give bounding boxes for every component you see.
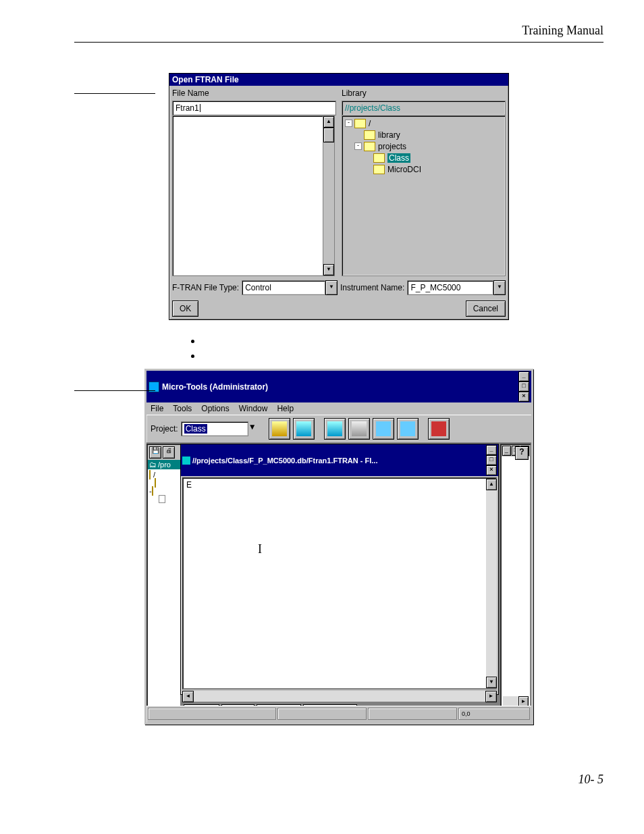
ok-button[interactable]: OK [172,301,198,317]
tool-icon [400,421,415,436]
text-cursor-icon: I [258,542,262,556]
folder-icon [155,478,156,488]
toolbar-btn-7[interactable] [428,418,450,440]
instrument-name-label: Instrument Name: [340,283,404,292]
status-cursor-pos: 0,0 [458,708,530,720]
editor-save-button[interactable]: Save [221,704,254,706]
tree-projects[interactable]: -projects [345,140,421,152]
statusbar: 0,0 [146,706,531,723]
editor-close-button[interactable]: Close [184,704,219,706]
editor-text-area[interactable]: E I [182,477,497,689]
menu-tools[interactable]: Tools [173,404,192,413]
folder-icon [364,142,375,151]
folder-tree[interactable]: -/ library -projects Class MicroDCI [342,115,506,276]
bullet-list [176,334,603,363]
editor-titlebar[interactable]: //projects/Class/F_P_MC5000.db/Ftran1.FT… [181,444,498,476]
file-type-combo[interactable]: Control ▼ [242,280,338,295]
editor-assign-fix-button[interactable]: Assign FIX [303,704,357,706]
toolbar-btn-4[interactable] [348,418,370,440]
tool-icon [352,421,367,436]
micro-tools-window: Micro-Tools (Administrator) _ □ × File T… [144,369,533,725]
collapse-icon[interactable]: - [354,142,362,150]
tree-root[interactable]: -/ [345,118,421,129]
minimize-icon[interactable]: _ [502,446,511,456]
tree-library[interactable]: library [345,129,421,140]
status-cell-1 [148,708,276,720]
library-path: //projects/Class [342,101,506,115]
close-icon[interactable]: × [518,392,529,402]
app-titlebar[interactable]: Micro-Tools (Administrator) _ □ × [146,371,531,402]
file-list-scrollbar[interactable]: ▲ ▼ [323,116,334,276]
toolbar-btn-3[interactable] [324,418,346,440]
editor-hscroll[interactable]: ◄ ► [182,691,497,702]
toolbar-btn-5[interactable] [373,418,394,440]
scroll-up-icon[interactable]: ▲ [323,116,334,128]
page-number: 10- 5 [579,773,604,787]
scroll-thumb[interactable] [323,128,334,142]
toolbar-btn-2[interactable] [293,418,315,440]
collapse-icon[interactable]: - [345,120,352,127]
toolbar-btn-6[interactable] [397,418,419,440]
scroll-right-icon[interactable]: ► [518,696,529,706]
tool-icon [327,421,342,436]
scroll-down-icon[interactable]: ▼ [323,264,334,276]
folder-icon [354,119,366,128]
scroll-left-icon[interactable]: ◄ [182,691,194,702]
doc-header: Training Manual [522,24,603,38]
dialog-title: Open FTRAN File [172,75,239,84]
mini-tree[interactable]: / - [148,469,180,506]
toolbar-btn-1[interactable] [269,418,290,440]
folder-icon [364,130,375,140]
instrument-name-combo[interactable]: F_P_MC5000 ▼ [407,280,506,295]
chevron-down-icon[interactable]: ▼ [493,280,506,295]
status-cell-3 [368,708,457,720]
maximize-icon[interactable]: □ [518,382,529,392]
file-type-value: Control [245,283,271,292]
project-tree-pane[interactable]: 💾 🖨 🗂/pro / - [146,444,182,706]
chevron-down-icon[interactable]: ▼ [325,280,338,295]
print-icon[interactable]: 🖨 [163,446,175,459]
scroll-up-icon[interactable]: ▲ [486,479,497,490]
scroll-down-icon[interactable]: ▼ [486,677,497,688]
right-pane: _ □ × ► [500,444,531,706]
file-icon [159,495,165,503]
tool-icon [272,421,287,436]
ftran-editor-window: //projects/Class/F_P_MC5000.db/Ftran1.FT… [180,444,499,695]
dialog-titlebar[interactable]: Open FTRAN File [169,74,508,86]
menubar: File Tools Options Window Help [146,402,531,415]
header-rule [74,42,603,43]
maximize-icon[interactable]: □ [486,455,497,465]
menu-options[interactable]: Options [201,404,229,413]
tool-icon [296,421,311,436]
minimize-icon[interactable]: _ [518,371,529,382]
save-icon[interactable]: 💾 [149,446,161,459]
scroll-right-icon[interactable]: ► [485,691,497,702]
folder-icon [149,470,151,479]
editor-compile-button[interactable]: Compile [257,704,301,706]
tree-root-label: / [369,119,371,128]
tree-class-label: Class [387,153,410,163]
file-type-label: F-TRAN File Type: [172,283,239,292]
tree-class[interactable]: Class [345,152,421,163]
right-pane-hscroll[interactable]: ► [503,696,529,706]
margin-rule-1 [74,93,155,94]
chevron-down-icon[interactable]: ▼ [248,422,257,436]
instrument-name-value: F_P_MC5000 [410,283,460,292]
minimize-icon[interactable]: _ [486,445,497,455]
text-caret [200,104,200,112]
menu-window[interactable]: Window [239,404,268,413]
close-icon[interactable]: × [486,465,497,475]
menu-file[interactable]: File [151,404,163,413]
file-name-input[interactable]: Ftran1 [172,101,336,115]
editor-title-text: //projects/Class/F_P_MC5000.db/Ftran1.FT… [192,457,377,465]
file-list[interactable]: ▲ ▼ [172,115,335,276]
menu-help[interactable]: Help [277,404,294,413]
tree-microdci[interactable]: MicroDCI [345,163,421,175]
open-ftran-dialog: Open FTRAN File File Name Ftran1 ▲ ▼ [169,73,509,320]
tree-pane-header: 🗂/pro [148,460,180,469]
editor-vscroll[interactable]: ▲ ▼ [486,479,497,688]
help-button[interactable]: ? [515,446,529,460]
cancel-button[interactable]: Cancel [466,301,506,317]
project-value: Class [184,424,207,434]
project-combo[interactable]: Class ▼ [181,421,257,436]
